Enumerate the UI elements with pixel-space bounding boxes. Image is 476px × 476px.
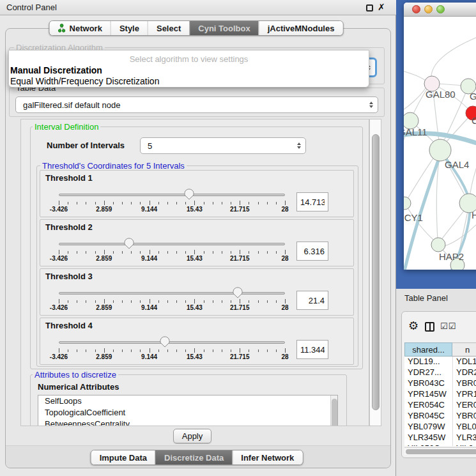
- apply-button[interactable]: Apply: [173, 429, 211, 443]
- threshold-panel-2: Threshold 2-3.4262.8599.14415.4321.71528: [40, 219, 354, 266]
- list-item-topologicalcoefficient[interactable]: TopologicalCoefficient: [38, 407, 337, 418]
- tick-label: 21.715: [220, 304, 259, 311]
- threshold-panel-3: Threshold 3-3.4262.8599.14415.4321.71528: [40, 268, 354, 316]
- list-item-betweennesscentrality[interactable]: BetweennessCentrality: [38, 418, 337, 426]
- tick-label: 9.144: [130, 206, 169, 213]
- slider-thumb[interactable]: [233, 287, 243, 298]
- network-edge[interactable]: [445, 224, 476, 246]
- tick-mark: [222, 349, 222, 352]
- close-traffic-light-icon[interactable]: [412, 5, 420, 13]
- tick-mark: [113, 251, 114, 254]
- tick-mark: [267, 202, 268, 204]
- tick-mark: [86, 300, 86, 303]
- cell-shared-name: YER054C: [408, 400, 445, 410]
- tick-mark: [68, 300, 68, 303]
- table-row[interactable]: YDR27...YDR2: [404, 367, 476, 378]
- close-icon[interactable]: ✗: [378, 2, 385, 12]
- checkbox-icons[interactable]: ☑☑: [440, 321, 456, 331]
- tick-label: 2.859: [85, 353, 123, 360]
- list-scrollbar[interactable]: [330, 395, 337, 426]
- tick-label: -3.426: [40, 255, 78, 262]
- table-row[interactable]: YBL079WYBL0: [404, 422, 476, 433]
- algorithm-dropdown-popup: Select algorithm to view settings Manual…: [8, 50, 369, 88]
- table-row[interactable]: YLR345WYLR3: [404, 433, 476, 443]
- network-node-gcy1[interactable]: [404, 197, 411, 210]
- combo-stepper-icon[interactable]: [297, 142, 301, 149]
- table-header-shared-name[interactable]: shared...: [404, 342, 452, 357]
- slider-track[interactable]: [59, 341, 285, 344]
- number-of-intervals-combobox[interactable]: 5: [140, 137, 306, 154]
- network-edge[interactable]: [431, 37, 476, 80]
- list-item-selfloops[interactable]: SelfLoops: [38, 395, 337, 407]
- horizontal-scrollbar[interactable]: [404, 447, 476, 455]
- dropdown-option-manual-discretization[interactable]: Manual Discretization: [10, 65, 102, 75]
- tick-mark: [240, 299, 240, 303]
- cell-name: YDR2: [456, 367, 476, 377]
- tab-jactivemnodules[interactable]: jActiveMNodules: [259, 21, 343, 35]
- cell-shared-name: YIL052C: [408, 443, 440, 446]
- cell-shared-name: YBR043C: [408, 378, 445, 388]
- slider-thumb[interactable]: [160, 336, 170, 348]
- tab-select[interactable]: Select: [148, 21, 189, 35]
- slider-track[interactable]: [59, 292, 285, 295]
- settings-scroll-area: Interval Definition Number of Intervals …: [20, 119, 369, 426]
- numerical-attributes-label: Numerical Attributes: [38, 382, 119, 392]
- network-edge-thick[interactable]: [404, 153, 441, 270]
- table-row[interactable]: YIL052CYIL0: [404, 443, 476, 446]
- tick-mark: [131, 202, 132, 204]
- threshold-value-field[interactable]: [296, 242, 328, 261]
- tick-mark: [194, 348, 195, 353]
- tick-mark: [122, 300, 123, 303]
- dropdown-placeholder-option[interactable]: Select algorithm to view settings: [9, 54, 369, 64]
- table-row[interactable]: YBR043CYBR0: [404, 378, 476, 389]
- table-row[interactable]: YER054CYER0: [404, 400, 476, 411]
- tick-mark: [176, 349, 177, 352]
- minimize-traffic-light-icon[interactable]: [424, 5, 433, 13]
- slider-thumb[interactable]: [184, 188, 194, 200]
- settings-scrollbar-thumb[interactable]: [372, 134, 380, 410]
- network-edge[interactable]: [470, 165, 476, 198]
- network-node-hap2[interactable]: [431, 238, 445, 252]
- interval-definition-title: Interval Definition: [33, 122, 100, 132]
- tick-mark: [59, 348, 59, 353]
- tab-infer-network[interactable]: Infer Network: [232, 450, 302, 464]
- table-row[interactable]: YBR045CYBR0: [404, 411, 476, 422]
- dropdown-option-equal-width-frequency[interactable]: Equal Width/Frequency Discretization: [10, 76, 159, 86]
- float-window-icon[interactable]: [366, 4, 373, 12]
- network-canvas[interactable]: GAL80GACGAL11GAL4GCY1HAHAP2: [404, 17, 476, 270]
- top-tab-bar: NetworkStyleSelectCyni ToolboxjActiveMNo…: [49, 20, 344, 36]
- tick-mark: [113, 300, 114, 303]
- tab-discretize-data[interactable]: Discretize Data: [155, 450, 232, 464]
- tab-network[interactable]: Network: [50, 21, 111, 35]
- tick-label: 15.43: [175, 353, 213, 360]
- tick-mark: [158, 349, 159, 352]
- network-icon: [58, 24, 66, 33]
- tick-mark: [276, 349, 277, 352]
- tab-cyni-toolbox[interactable]: Cyni Toolbox: [189, 21, 258, 35]
- tick-mark: [194, 201, 195, 205]
- table-row[interactable]: YPR145WYPR1: [404, 389, 476, 400]
- gear-icon[interactable]: ⚙: [408, 319, 418, 332]
- threshold-value-field[interactable]: [296, 192, 328, 211]
- table-header-name[interactable]: n: [452, 342, 476, 357]
- slider-thumb[interactable]: [124, 238, 134, 249]
- tick-mark: [194, 250, 195, 254]
- table-row[interactable]: YDL19...YDL1: [404, 357, 476, 367]
- tick-mark: [104, 348, 105, 353]
- tab-impute-data[interactable]: Impute Data: [91, 450, 155, 464]
- threshold-value-field[interactable]: [296, 340, 328, 359]
- tab-style[interactable]: Style: [111, 21, 148, 35]
- slider-track[interactable]: [59, 194, 285, 196]
- threshold-value-field[interactable]: [296, 291, 328, 310]
- combo-stepper-icon[interactable]: [369, 102, 373, 108]
- table-data-combobox[interactable]: galFiltered.sif default node: [15, 96, 378, 113]
- slider-track[interactable]: [59, 243, 285, 245]
- tick-mark: [122, 349, 123, 352]
- network-node-gal4[interactable]: [429, 139, 451, 161]
- network-window-titlebar[interactable]: [404, 3, 476, 17]
- control-panel: Control Panel ✗ NetworkStyleSelectCyni T…: [0, 0, 396, 476]
- zoom-traffic-light-icon[interactable]: [436, 5, 445, 13]
- network-edge[interactable]: [441, 208, 466, 240]
- column-selector-icon[interactable]: [425, 322, 434, 332]
- network-edge[interactable]: [404, 69, 427, 82]
